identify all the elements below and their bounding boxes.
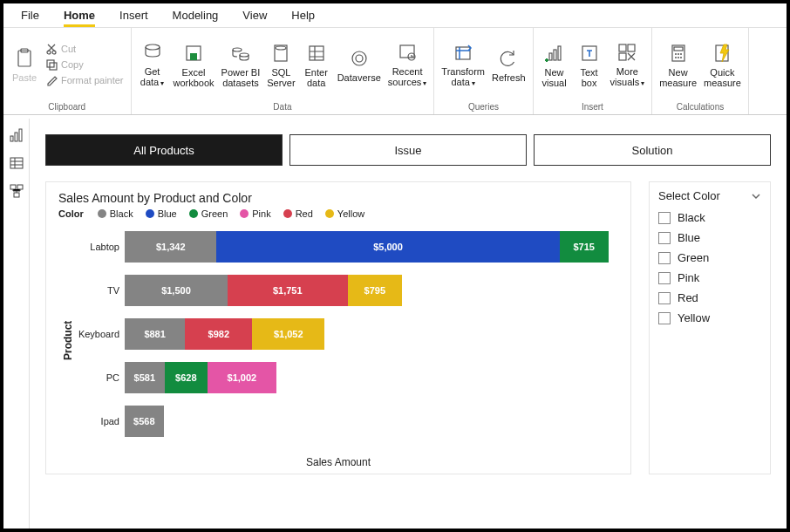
chevron-down-icon[interactable] — [751, 191, 761, 201]
ribbon-button-label: New measure — [659, 67, 697, 88]
bar-segment[interactable]: $1,002 — [208, 362, 276, 393]
copy-button[interactable]: Copy — [42, 57, 127, 72]
bar-segment[interactable]: $795 — [348, 275, 402, 306]
svg-rect-20 — [558, 46, 561, 60]
powerbi-datasets-button[interactable]: Power BI datasets — [218, 39, 264, 90]
slicer-item-red[interactable]: Red — [658, 288, 761, 308]
svg-rect-24 — [619, 53, 626, 60]
svg-rect-18 — [549, 53, 552, 60]
quick-measure-button[interactable]: Quick measure — [700, 39, 745, 90]
ribbon-group-label: Queries — [434, 100, 532, 114]
bar-segment[interactable]: $1,052 — [252, 318, 324, 350]
ribbon-group-label: Calculations — [652, 100, 748, 114]
bar-segment[interactable]: $568 — [125, 406, 164, 437]
bar-segment[interactable]: $1,751 — [228, 275, 348, 306]
bar-track: $568 — [125, 406, 618, 437]
tab-solution[interactable]: Solution — [534, 134, 771, 166]
copy-icon — [45, 58, 58, 71]
bar-row: TV$1,500$1,751$795 — [74, 275, 618, 306]
menu-modeling[interactable]: Modeling — [160, 3, 231, 27]
dataverse-button[interactable]: Dataverse — [334, 44, 385, 85]
bar-segment[interactable]: $881 — [125, 318, 185, 350]
bar-segment[interactable]: $1,500 — [125, 275, 228, 306]
svg-point-9 — [233, 48, 242, 51]
legend-item[interactable]: Yellow — [325, 208, 364, 219]
new-measure-button[interactable]: New measure — [656, 39, 700, 90]
svg-rect-34 — [10, 136, 13, 141]
ribbon-button-label: Text box — [580, 67, 597, 88]
slicer-item-yellow[interactable]: Yellow — [658, 308, 761, 328]
excel-workbook-button[interactable]: Excel workbook — [170, 39, 218, 90]
ribbon-button-label: More visuals▾ — [610, 66, 645, 89]
get-data-button[interactable]: Get data▾ — [135, 38, 170, 91]
legend-swatch — [325, 209, 334, 218]
svg-rect-0 — [18, 51, 31, 66]
slicer-item-label: Green — [678, 251, 709, 264]
quickmeasure-icon — [708, 41, 736, 65]
legend-item[interactable]: Green — [189, 208, 228, 219]
recent-sources-button[interactable]: Recent sources▾ — [385, 38, 431, 91]
bar-segment[interactable]: $1,342 — [125, 231, 216, 263]
bar-row: Labtop$1,342$5,000$715 — [74, 231, 618, 263]
dataverse-icon — [345, 46, 373, 71]
menu-file[interactable]: File — [9, 3, 51, 27]
bar-segment[interactable]: $982 — [185, 318, 252, 350]
ribbon-button-label: Refresh — [492, 72, 526, 83]
format-painter-button[interactable]: Format painter — [42, 72, 127, 88]
cut-button[interactable]: Cut — [42, 41, 127, 57]
sql-server-button[interactable]: SQL Server — [263, 39, 298, 90]
svg-point-30 — [675, 57, 677, 58]
legend-item[interactable]: Pink — [240, 208, 270, 219]
legend-item[interactable]: Black — [98, 208, 133, 219]
legend-item[interactable]: Red — [283, 208, 313, 219]
legend-label: Color — [58, 208, 84, 219]
chart-legend: ColorBlackBlueGreenPinkRedYellow — [58, 208, 618, 219]
ribbon-button-label: Power BI datasets — [221, 67, 261, 88]
tab-all-products[interactable]: All Products — [45, 134, 283, 166]
menu-view[interactable]: View — [230, 3, 279, 27]
data-view-icon[interactable] — [9, 155, 24, 171]
bar-track: $581$628$1,002 — [125, 362, 618, 393]
enter-data-button[interactable]: Enter data — [299, 39, 334, 90]
bar-segment[interactable]: $581 — [125, 362, 165, 393]
chart-card: Sales Amount by Product and Color ColorB… — [45, 181, 631, 474]
slicer-item-pink[interactable]: Pink — [658, 268, 761, 288]
text-box-button[interactable]: Text box — [572, 39, 607, 90]
report-view-icon[interactable] — [9, 127, 24, 143]
refresh-button[interactable]: Refresh — [488, 44, 529, 85]
tab-issue[interactable]: Issue — [289, 134, 527, 166]
menu-insert[interactable]: Insert — [107, 3, 160, 27]
legend-swatch — [189, 209, 198, 218]
bar-segment[interactable]: $628 — [165, 362, 208, 393]
slicer-item-black[interactable]: Black — [658, 208, 761, 228]
svg-rect-5 — [50, 63, 57, 70]
ribbon-button-label: Excel workbook — [174, 67, 215, 88]
legend-swatch — [283, 209, 292, 218]
slicer-item-label: Pink — [678, 271, 699, 284]
new-visual-button[interactable]: New visual — [537, 39, 572, 90]
app-window: FileHomeInsertModelingViewHelp PasteCutC… — [0, 0, 790, 532]
bar-track: $1,500$1,751$795 — [125, 275, 618, 306]
legend-swatch — [240, 209, 249, 218]
menu-home[interactable]: Home — [51, 3, 107, 27]
bar-segment[interactable]: $715 — [560, 231, 609, 263]
svg-point-28 — [678, 53, 679, 55]
refresh-icon — [494, 46, 522, 71]
more-visuals-button[interactable]: More visuals▾ — [607, 38, 649, 91]
bar-segment[interactable]: $5,000 — [216, 231, 559, 263]
model-view-icon[interactable] — [9, 183, 24, 199]
slicer-item-green[interactable]: Green — [658, 248, 761, 268]
svg-point-14 — [352, 51, 366, 65]
paste-button[interactable]: Paste — [7, 44, 42, 85]
svg-point-10 — [240, 53, 249, 57]
svg-rect-40 — [14, 193, 19, 197]
svg-rect-36 — [19, 129, 22, 141]
transform-data-button[interactable]: Transform data▾ — [438, 38, 488, 91]
slicer-item-blue[interactable]: Blue — [658, 228, 761, 248]
svg-rect-23 — [628, 44, 635, 51]
menu-help[interactable]: Help — [279, 3, 327, 27]
ribbon-button-label: SQL Server — [267, 67, 295, 88]
ribbon-button-label: Transform data▾ — [441, 66, 485, 89]
svg-rect-11 — [275, 45, 287, 61]
legend-item[interactable]: Blue — [146, 208, 177, 219]
